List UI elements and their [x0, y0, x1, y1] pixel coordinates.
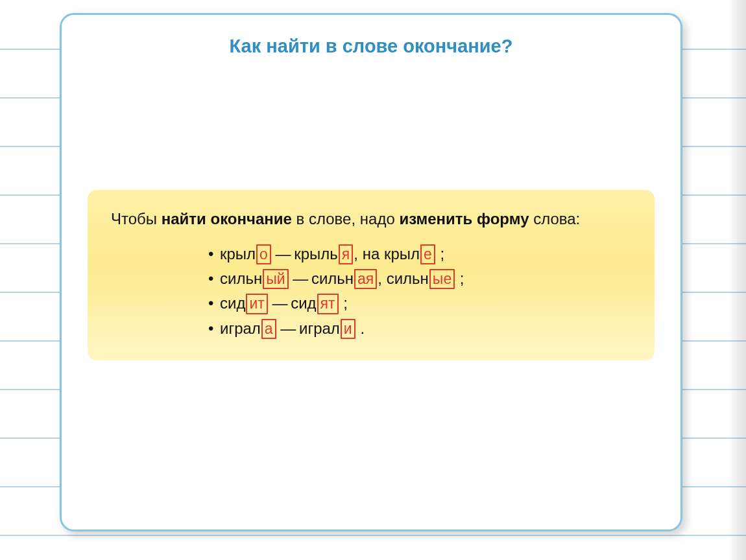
ending-box: о [256, 244, 271, 264]
word-stem: играл [299, 320, 340, 337]
ending-box: ый [263, 269, 288, 289]
lesson-card: Как найти в слове окончание? Чтобы найти… [60, 13, 682, 531]
lesson-title: Как найти в слове окончание? [88, 36, 655, 57]
ending-box: я [339, 244, 353, 264]
word-stem: сильн [220, 270, 262, 287]
ending-box: а [261, 319, 276, 339]
separator: — [269, 294, 291, 312]
separator: — [272, 245, 294, 262]
separator: , на [354, 245, 384, 262]
word-stem: играл [220, 320, 261, 337]
example-row: • сильный — сильная, сильные ; [208, 266, 631, 291]
ending-box: е [420, 244, 435, 264]
separator: . [356, 320, 365, 337]
word-stem: крыль [294, 245, 338, 262]
intro-bold-2: изменить форму [399, 210, 529, 228]
ending-box: ая [354, 269, 377, 289]
word-stem: крыл [220, 245, 256, 262]
separator: — [277, 320, 299, 337]
example-list: • крыло — крылья, на крыле ;• сильный — … [208, 242, 631, 342]
paper-rule [0, 535, 746, 536]
bullet-icon: • [208, 266, 220, 291]
example-row: • крыло — крылья, на крыле ; [208, 242, 631, 266]
example-row: • играла — играли . [208, 316, 631, 341]
intro-text: в слове, надо [292, 210, 400, 228]
page-edge-shadow [728, 0, 746, 560]
separator: ; [455, 270, 464, 287]
ending-box: и [341, 319, 355, 339]
word-stem: сид [220, 294, 245, 312]
separator: — [289, 270, 311, 287]
intro-text: слова: [529, 210, 581, 228]
ending-box: ят [317, 294, 339, 314]
rule-intro: Чтобы найти окончание в слове, надо изме… [111, 208, 631, 230]
bullet-icon: • [208, 291, 220, 316]
rule-box: Чтобы найти окончание в слове, надо изме… [88, 190, 655, 360]
intro-bold-1: найти окончание [162, 210, 292, 228]
bullet-icon: • [208, 316, 220, 341]
word-stem: крыл [384, 245, 420, 262]
ending-box: ые [429, 269, 455, 289]
separator: ; [436, 245, 444, 262]
ending-box: ит [246, 294, 267, 314]
separator: ; [339, 294, 348, 312]
word-stem: сильн [387, 270, 429, 287]
separator: , [378, 270, 386, 287]
intro-text: Чтобы [111, 210, 162, 228]
example-row: • сидит — сидят ; [208, 291, 631, 316]
bullet-icon: • [208, 242, 220, 266]
word-stem: сильн [311, 270, 354, 287]
word-stem: сид [291, 294, 316, 312]
